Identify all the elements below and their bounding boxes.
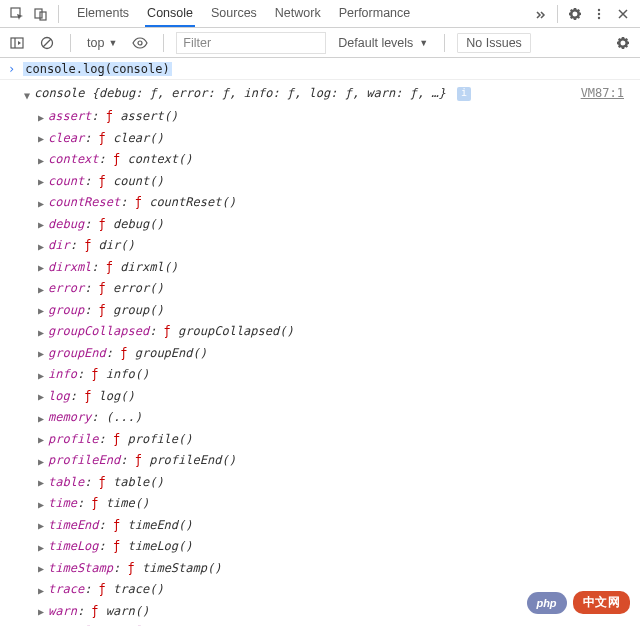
expand-toggle-icon[interactable] — [38, 410, 48, 429]
expand-toggle-icon[interactable] — [38, 238, 48, 257]
expand-toggle-icon[interactable] — [38, 109, 48, 128]
expand-toggle-icon[interactable] — [38, 216, 48, 235]
property-key: table — [48, 473, 84, 492]
property-key: groupCollapsed — [48, 322, 149, 341]
property-row[interactable]: groupEnd: ƒ groupEnd() — [38, 342, 632, 364]
more-tabs-icon[interactable] — [529, 3, 551, 25]
result-summary[interactable]: console {debug: ƒ, error: ƒ, info: ƒ, lo… — [34, 84, 581, 103]
property-row[interactable]: timeEnd: ƒ timeEnd() — [38, 514, 632, 536]
property-value: ƒ table() — [99, 473, 164, 492]
expand-toggle-icon[interactable] — [38, 130, 48, 149]
property-value: ƒ error() — [99, 279, 164, 298]
log-levels-selector[interactable]: Default levels ▼ — [334, 36, 432, 50]
info-badge-icon[interactable]: i — [457, 87, 471, 101]
property-key: log — [48, 387, 70, 406]
source-link[interactable]: VM87:1 — [581, 84, 632, 103]
property-key: dir — [48, 236, 70, 255]
tab-sources[interactable]: Sources — [209, 0, 259, 27]
property-row[interactable]: dirxml: ƒ dirxml() — [38, 256, 632, 278]
property-value: ƒ debug() — [99, 215, 164, 234]
kebab-icon[interactable] — [588, 3, 610, 25]
svg-rect-1 — [35, 9, 42, 18]
property-row[interactable]: error: ƒ error() — [38, 278, 632, 300]
expand-toggle-icon[interactable] — [38, 582, 48, 601]
expand-toggle-icon[interactable] — [38, 453, 48, 472]
console-toolbar: top ▼ Default levels ▼ No Issues — [0, 28, 640, 58]
property-row[interactable]: profile: ƒ profile() — [38, 428, 632, 450]
tab-console[interactable]: Console — [145, 0, 195, 27]
expand-toggle-icon[interactable] — [38, 431, 48, 450]
property-key: clear — [48, 129, 84, 148]
property-value: ƒ profileEnd() — [135, 451, 236, 470]
property-row[interactable]: log: ƒ log() — [38, 385, 632, 407]
property-value: ƒ dirxml() — [106, 258, 178, 277]
property-value: ƒ timeEnd() — [113, 516, 193, 535]
property-row[interactable]: count: ƒ count() — [38, 170, 632, 192]
property-value: ƒ timeLog() — [113, 537, 193, 556]
tab-elements[interactable]: Elements — [75, 0, 131, 27]
property-key: groupEnd — [48, 344, 106, 363]
issues-button[interactable]: No Issues — [457, 33, 531, 53]
sidebar-toggle-icon[interactable] — [6, 32, 28, 54]
property-key: timeLog — [48, 537, 99, 556]
property-row[interactable]: memory: (...) — [38, 407, 632, 429]
property-value: ƒ time() — [91, 494, 149, 513]
property-row[interactable]: time: ƒ time() — [38, 493, 632, 515]
expand-toggle-icon[interactable] — [24, 87, 34, 106]
watermark: php 中文网 — [527, 591, 631, 614]
device-toggle-icon[interactable] — [30, 3, 52, 25]
close-icon[interactable] — [612, 3, 634, 25]
watermark-text: 中文网 — [573, 591, 631, 614]
expand-toggle-icon[interactable] — [38, 367, 48, 386]
property-row[interactable]: timeStamp: ƒ timeStamp() — [38, 557, 632, 579]
context-selector[interactable]: top ▼ — [83, 34, 121, 52]
expand-toggle-icon[interactable] — [38, 281, 48, 300]
tab-performance[interactable]: Performance — [337, 0, 413, 27]
inspect-icon[interactable] — [6, 3, 28, 25]
expand-toggle-icon[interactable] — [38, 603, 48, 622]
expand-toggle-icon[interactable] — [38, 259, 48, 278]
divider — [58, 5, 59, 23]
svg-point-3 — [598, 8, 600, 10]
property-value: ƒ context() — [113, 150, 193, 169]
expand-toggle-icon[interactable] — [38, 474, 48, 493]
expand-toggle-icon[interactable] — [38, 302, 48, 321]
property-row[interactable]: Symbol(Symbol.toStringTag): "Object" — [38, 622, 632, 627]
clear-console-icon[interactable] — [36, 32, 58, 54]
property-key: info — [48, 365, 77, 384]
divider — [444, 34, 445, 52]
svg-rect-2 — [40, 12, 46, 20]
property-row[interactable]: debug: ƒ debug() — [38, 213, 632, 235]
property-row[interactable]: clear: ƒ clear() — [38, 127, 632, 149]
property-key: context — [48, 150, 99, 169]
property-value: (...) — [106, 408, 142, 427]
gear-icon[interactable] — [564, 3, 586, 25]
property-value: ƒ dir() — [84, 236, 135, 255]
property-row[interactable]: info: ƒ info() — [38, 364, 632, 386]
property-row[interactable]: timeLog: ƒ timeLog() — [38, 536, 632, 558]
gear-icon[interactable] — [612, 32, 634, 54]
expand-toggle-icon[interactable] — [38, 152, 48, 171]
property-row[interactable]: context: ƒ context() — [38, 149, 632, 171]
property-row[interactable]: table: ƒ table() — [38, 471, 632, 493]
property-row[interactable]: assert: ƒ assert() — [38, 106, 632, 128]
expand-toggle-icon[interactable] — [38, 195, 48, 214]
expand-toggle-icon[interactable] — [38, 539, 48, 558]
expand-toggle-icon[interactable] — [38, 388, 48, 407]
property-row[interactable]: dir: ƒ dir() — [38, 235, 632, 257]
property-key: profileEnd — [48, 451, 120, 470]
expand-toggle-icon[interactable] — [38, 173, 48, 192]
filter-input[interactable] — [176, 32, 326, 54]
property-row[interactable]: groupCollapsed: ƒ groupCollapsed() — [38, 321, 632, 343]
eye-icon[interactable] — [129, 32, 151, 54]
entered-command[interactable]: console.log(console) — [23, 62, 172, 76]
expand-toggle-icon[interactable] — [38, 517, 48, 536]
expand-toggle-icon[interactable] — [38, 324, 48, 343]
property-row[interactable]: countReset: ƒ countReset() — [38, 192, 632, 214]
expand-toggle-icon[interactable] — [38, 345, 48, 364]
property-row[interactable]: profileEnd: ƒ profileEnd() — [38, 450, 632, 472]
property-row[interactable]: group: ƒ group() — [38, 299, 632, 321]
tab-network[interactable]: Network — [273, 0, 323, 27]
expand-toggle-icon[interactable] — [38, 496, 48, 515]
expand-toggle-icon[interactable] — [38, 560, 48, 579]
